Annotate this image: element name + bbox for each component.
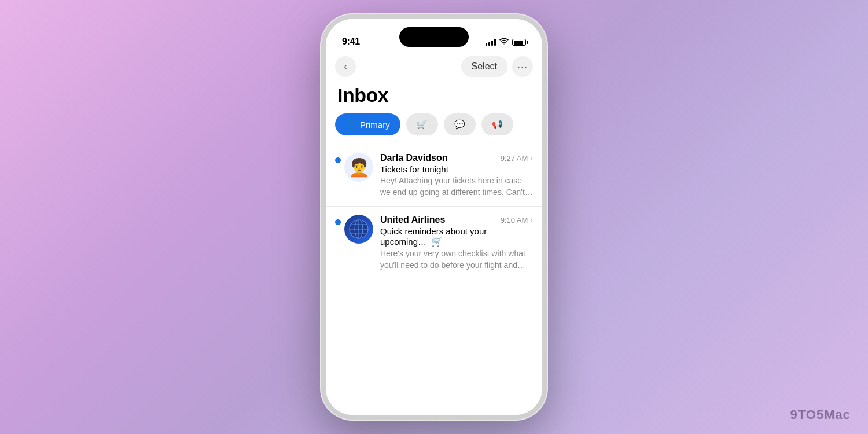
signal-icon	[486, 39, 496, 46]
email-body-united: United Airlines 9:10 AM › Quick reminder…	[380, 215, 533, 271]
email-item-united[interactable]: United Airlines 9:10 AM › Quick reminder…	[326, 207, 542, 279]
chevron-left-icon: ‹	[344, 61, 347, 72]
megaphone-icon: 📢	[492, 119, 503, 130]
chevron-right-icon: ›	[530, 153, 533, 163]
sender-name-darla: Darla Davidson	[380, 153, 447, 163]
nav-bar: ‹ Select ···	[326, 52, 542, 79]
chevron-right-icon-2: ›	[530, 215, 533, 225]
email-preview-united: Here's your very own checklist with what…	[380, 248, 533, 271]
email-header-united: United Airlines 9:10 AM ›	[380, 215, 533, 225]
phone-shell: 9:41	[321, 14, 547, 420]
ua-globe-icon	[344, 215, 373, 244]
select-button[interactable]: Select	[461, 56, 507, 77]
email-subject-darla: Tickets for tonight	[380, 164, 533, 174]
nav-right-buttons: Select ···	[461, 56, 533, 77]
wifi-icon	[499, 38, 509, 47]
dynamic-island	[399, 27, 469, 47]
sender-name-united: United Airlines	[380, 215, 445, 225]
more-button[interactable]: ···	[512, 56, 533, 77]
unread-indicator-united	[335, 219, 341, 225]
email-item-darla[interactable]: 🧑‍🦱 Darla Davidson 9:27 AM › Tickets for…	[326, 145, 542, 207]
back-button[interactable]: ‹	[335, 56, 356, 77]
email-meta-darla: 9:27 AM ›	[501, 153, 533, 163]
chat-icon: 💬	[454, 119, 465, 130]
email-body-darla: Darla Davidson 9:27 AM › Tickets for ton…	[380, 153, 533, 198]
status-time: 9:41	[342, 36, 360, 47]
email-time-united: 9:10 AM	[501, 216, 528, 225]
battery-icon	[512, 39, 526, 46]
ellipsis-icon: ···	[517, 61, 528, 73]
watermark: 9TO5Mac	[790, 407, 851, 422]
person-icon: 👤	[345, 119, 356, 130]
avatar-darla: 🧑‍🦱	[344, 153, 373, 182]
unread-indicator	[335, 157, 341, 163]
tab-social[interactable]: 💬	[444, 113, 476, 135]
tab-promotions[interactable]: 📢	[481, 113, 513, 135]
email-header-darla: Darla Davidson 9:27 AM ›	[380, 153, 533, 163]
tab-primary[interactable]: 👤 Primary	[335, 113, 400, 135]
tab-primary-label: Primary	[360, 120, 390, 130]
cart-icon: 🛒	[417, 119, 428, 130]
email-meta-united: 9:10 AM ›	[501, 215, 533, 225]
email-subject-united: Quick reminders about your upcoming… 🛒	[380, 226, 533, 247]
filter-tabs: 👤 Primary 🛒 💬 📢	[326, 113, 542, 145]
email-list: 🧑‍🦱 Darla Davidson 9:27 AM › Tickets for…	[326, 145, 542, 415]
shopping-tag-icon: 🛒	[431, 237, 443, 247]
inbox-title: Inbox	[326, 79, 542, 113]
avatar-united	[344, 215, 373, 244]
email-preview-darla: Hey! Attaching your tickets here in case…	[380, 175, 533, 198]
status-icons	[486, 38, 526, 47]
email-time-darla: 9:27 AM	[501, 154, 528, 163]
app-content: ‹ Select ··· Inbox 👤 Primary 🛒 💬	[326, 52, 542, 415]
tab-shopping[interactable]: 🛒	[406, 113, 438, 135]
